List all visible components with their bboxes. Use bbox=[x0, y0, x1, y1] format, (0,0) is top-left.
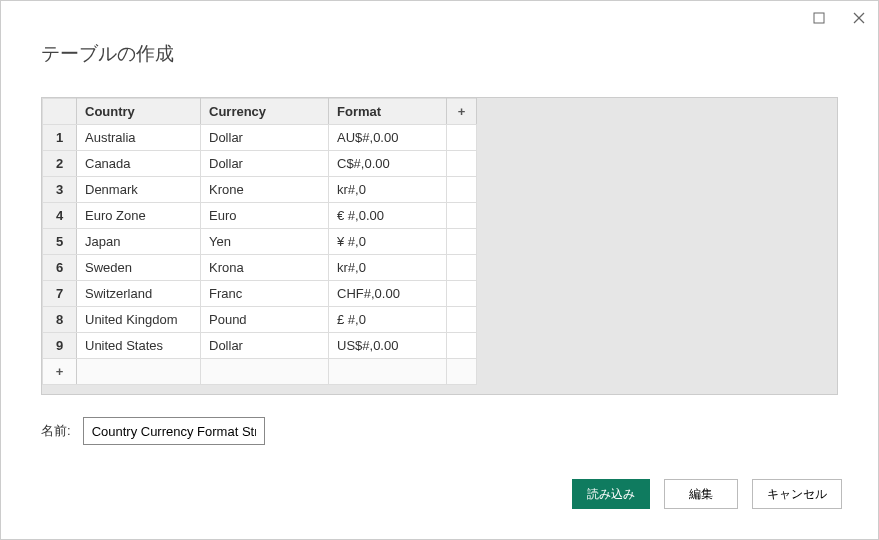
cell-format[interactable]: C$#,0.00 bbox=[329, 151, 447, 177]
cell-currency[interactable]: Franc bbox=[201, 281, 329, 307]
cell-format[interactable]: £ #,0 bbox=[329, 307, 447, 333]
edit-button[interactable]: 編集 bbox=[664, 479, 738, 509]
dialog-buttons: 読み込み 編集 キャンセル bbox=[572, 479, 842, 509]
row-number[interactable]: 8 bbox=[43, 307, 77, 333]
svg-rect-0 bbox=[814, 13, 824, 23]
table-row: 1AustraliaDollarAU$#,0.00 bbox=[43, 125, 477, 151]
cell-blank[interactable] bbox=[447, 333, 477, 359]
row-number[interactable]: 3 bbox=[43, 177, 77, 203]
column-header-country[interactable]: Country bbox=[77, 99, 201, 125]
table-row: 6SwedenKronakr#,0 bbox=[43, 255, 477, 281]
maximize-button[interactable] bbox=[808, 7, 830, 29]
table-row: 4Euro ZoneEuro€ #,0.00 bbox=[43, 203, 477, 229]
close-button[interactable] bbox=[848, 7, 870, 29]
cell-country[interactable]: United Kingdom bbox=[77, 307, 201, 333]
cell-blank[interactable] bbox=[447, 151, 477, 177]
table-row: 5JapanYen¥ #,0 bbox=[43, 229, 477, 255]
table-row: 8United KingdomPound£ #,0 bbox=[43, 307, 477, 333]
cell-blank[interactable] bbox=[447, 229, 477, 255]
add-row-button[interactable]: + bbox=[43, 359, 77, 385]
cell-country[interactable]: Sweden bbox=[77, 255, 201, 281]
cell-blank[interactable] bbox=[447, 281, 477, 307]
cell-format[interactable]: kr#,0 bbox=[329, 255, 447, 281]
add-column-button[interactable]: + bbox=[447, 99, 477, 125]
table-row: 2CanadaDollarC$#,0.00 bbox=[43, 151, 477, 177]
corner-cell[interactable] bbox=[43, 99, 77, 125]
cell-country[interactable]: Japan bbox=[77, 229, 201, 255]
cell-currency[interactable]: Euro bbox=[201, 203, 329, 229]
titlebar bbox=[1, 1, 878, 31]
cell-format[interactable]: € #,0.00 bbox=[329, 203, 447, 229]
create-table-dialog: テーブルの作成 Country Currency Format + 1Austr… bbox=[0, 0, 879, 540]
cell-currency[interactable]: Pound bbox=[201, 307, 329, 333]
cell-currency[interactable]: Dollar bbox=[201, 151, 329, 177]
cell-blank[interactable] bbox=[447, 125, 477, 151]
row-number[interactable]: 9 bbox=[43, 333, 77, 359]
cell-format[interactable]: kr#,0 bbox=[329, 177, 447, 203]
dialog-title: テーブルの作成 bbox=[1, 31, 878, 67]
data-grid[interactable]: Country Currency Format + 1AustraliaDoll… bbox=[41, 97, 838, 395]
row-number[interactable]: 2 bbox=[43, 151, 77, 177]
table-row: 7SwitzerlandFrancCHF#,0.00 bbox=[43, 281, 477, 307]
cell-blank[interactable] bbox=[447, 359, 477, 385]
cell-blank[interactable] bbox=[447, 203, 477, 229]
cell-blank[interactable] bbox=[447, 177, 477, 203]
row-number[interactable]: 4 bbox=[43, 203, 77, 229]
name-label: 名前: bbox=[41, 422, 71, 440]
cell-blank[interactable] bbox=[329, 359, 447, 385]
column-header-format[interactable]: Format bbox=[329, 99, 447, 125]
cell-blank[interactable] bbox=[201, 359, 329, 385]
cell-country[interactable]: Denmark bbox=[77, 177, 201, 203]
cell-country[interactable]: United States bbox=[77, 333, 201, 359]
dialog-content: Country Currency Format + 1AustraliaDoll… bbox=[1, 67, 878, 445]
table-row: 3DenmarkKronekr#,0 bbox=[43, 177, 477, 203]
column-header-currency[interactable]: Currency bbox=[201, 99, 329, 125]
load-button[interactable]: 読み込み bbox=[572, 479, 650, 509]
cell-currency[interactable]: Krone bbox=[201, 177, 329, 203]
row-number[interactable]: 5 bbox=[43, 229, 77, 255]
cell-format[interactable]: ¥ #,0 bbox=[329, 229, 447, 255]
cell-format[interactable]: AU$#,0.00 bbox=[329, 125, 447, 151]
cell-currency[interactable]: Dollar bbox=[201, 125, 329, 151]
name-input[interactable] bbox=[83, 417, 265, 445]
row-number[interactable]: 1 bbox=[43, 125, 77, 151]
row-number[interactable]: 6 bbox=[43, 255, 77, 281]
cell-currency[interactable]: Dollar bbox=[201, 333, 329, 359]
window-buttons bbox=[808, 7, 870, 29]
row-number[interactable]: 7 bbox=[43, 281, 77, 307]
cell-format[interactable]: CHF#,0.00 bbox=[329, 281, 447, 307]
cell-country[interactable]: Canada bbox=[77, 151, 201, 177]
table-row: 9United StatesDollarUS$#,0.00 bbox=[43, 333, 477, 359]
name-row: 名前: bbox=[41, 417, 838, 445]
cell-country[interactable]: Australia bbox=[77, 125, 201, 151]
close-icon bbox=[853, 12, 865, 24]
maximize-icon bbox=[813, 12, 825, 24]
cell-currency[interactable]: Krona bbox=[201, 255, 329, 281]
cell-currency[interactable]: Yen bbox=[201, 229, 329, 255]
add-row[interactable]: + bbox=[43, 359, 477, 385]
cell-country[interactable]: Switzerland bbox=[77, 281, 201, 307]
cell-format[interactable]: US$#,0.00 bbox=[329, 333, 447, 359]
cell-blank[interactable] bbox=[447, 255, 477, 281]
header-row: Country Currency Format + bbox=[43, 99, 477, 125]
cell-blank[interactable] bbox=[447, 307, 477, 333]
cancel-button[interactable]: キャンセル bbox=[752, 479, 842, 509]
cell-blank[interactable] bbox=[77, 359, 201, 385]
cell-country[interactable]: Euro Zone bbox=[77, 203, 201, 229]
